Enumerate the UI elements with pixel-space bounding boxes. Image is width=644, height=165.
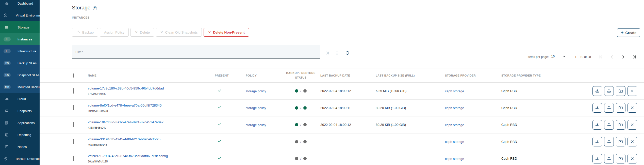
- sidebar-item-mounted-backups[interactable]: MB Mounted Backups: [0, 81, 40, 93]
- delete-action-button[interactable]: [628, 137, 637, 146]
- select-all-checkbox[interactable]: [73, 73, 74, 78]
- restore-action-button[interactable]: [604, 137, 614, 146]
- delete-button[interactable]: ✕ Delete: [130, 28, 154, 37]
- storage-provider-type: Ceph RBD: [501, 123, 558, 127]
- storage-provider-type: Ceph RBD: [501, 140, 558, 144]
- restore-action-button[interactable]: [604, 120, 614, 130]
- delete-action-button[interactable]: [628, 86, 637, 96]
- sidebar-item-virtual-environments[interactable]: Virtual Environments: [0, 9, 40, 21]
- sidebar-item-label: Cloud: [18, 97, 26, 101]
- column-header-last-backup-date: LAST BACKUP DATE: [320, 74, 376, 77]
- sidebar-item-label: Reporting: [18, 133, 31, 137]
- cube-icon: [4, 13, 8, 18]
- instance-id: 6783e6344066: [88, 92, 215, 95]
- restore-action-button[interactable]: [604, 154, 614, 163]
- toolbar: Backup Assign Policy ✕ Delete ✕ Clean Ol…: [72, 28, 249, 37]
- sidebar-item-reporting[interactable]: Reporting: [0, 129, 40, 141]
- backup-action-button[interactable]: [592, 137, 602, 146]
- delete-action-button[interactable]: [628, 103, 637, 113]
- backup-action-button[interactable]: [592, 86, 602, 96]
- file-restore-action-button[interactable]: [616, 103, 625, 113]
- assign-policy-button[interactable]: Assign Policy: [100, 28, 129, 37]
- delete-action-button[interactable]: [628, 120, 637, 130]
- backup-action-button[interactable]: [592, 103, 602, 113]
- sidebar-item-backup-destinations[interactable]: Backup Destinations: [0, 153, 40, 165]
- instance-name-link[interactable]: volume-19f7d63d-3a1c-47a4-89f1-87de5147a…: [88, 120, 215, 124]
- row-checkbox[interactable]: [73, 139, 74, 144]
- file-restore-action-button[interactable]: [616, 154, 625, 163]
- sidebar-item-endpoints[interactable]: Endpoints: [0, 105, 40, 117]
- sidebar-item-cloud[interactable]: Cloud: [0, 93, 40, 105]
- pager-controls: [598, 54, 637, 60]
- row-checkbox[interactable]: [73, 105, 74, 110]
- backup-action-button[interactable]: [592, 120, 602, 130]
- sidebar-item-applications[interactable]: Applications: [0, 117, 40, 129]
- help-icon[interactable]: ?: [93, 6, 97, 10]
- create-button-label: Create: [625, 31, 636, 35]
- report-scroll-icon: [4, 133, 10, 137]
- filter-input[interactable]: [72, 45, 320, 58]
- storage-provider-link[interactable]: ceph storage: [445, 123, 464, 127]
- items-per-page-label: Items per page:: [527, 55, 549, 59]
- refresh-icon[interactable]: [344, 50, 350, 56]
- delete-non-present-button[interactable]: ✕ Delete Non-Present: [204, 28, 249, 37]
- backup-status-dot: [295, 106, 298, 110]
- storage-provider-link[interactable]: ceph storage: [445, 140, 464, 144]
- previous-page-icon[interactable]: [609, 54, 615, 60]
- file-restore-action-button[interactable]: [616, 120, 625, 130]
- row-checkbox[interactable]: [73, 122, 74, 127]
- instance-id: 30b0a33160f608: [88, 109, 215, 112]
- column-header-storage-provider: STORAGE PROVIDER: [445, 74, 501, 77]
- present-check-icon: [215, 88, 246, 94]
- clear-filter-icon[interactable]: [325, 50, 330, 56]
- row-checkbox[interactable]: [73, 156, 74, 161]
- instance-name-link[interactable]: volume-8ef0f1cd-e478-4eee-a70a-55df8f728…: [88, 103, 215, 107]
- backup-status-dot: [295, 140, 298, 143]
- sidebar-item-storage[interactable]: Storage: [0, 21, 40, 33]
- backup-slas-badge: BS: [4, 61, 11, 65]
- policy-link[interactable]: storage policy: [246, 89, 266, 93]
- clean-old-snapshots-button[interactable]: ✕ Clean Old Snapshots: [156, 28, 202, 37]
- file-restore-action-button[interactable]: [616, 137, 625, 146]
- sidebar-item-label: Endpoints: [18, 109, 32, 113]
- sidebar-item-instances[interactable]: IS Instances: [0, 33, 40, 45]
- storage-provider-link[interactable]: ceph storage: [445, 157, 464, 161]
- infrastructure-badge: IF: [4, 49, 11, 53]
- first-page-icon[interactable]: [598, 54, 604, 60]
- policy-link[interactable]: storage policy: [246, 106, 266, 110]
- delete-action-button[interactable]: [628, 154, 637, 163]
- next-page-icon[interactable]: [620, 54, 626, 60]
- policy-link[interactable]: storage policy: [246, 123, 266, 127]
- status-separator: /: [300, 157, 301, 160]
- table-row: volume-19f7d63d-3a1c-47a4-89f1-87de5147a…: [40, 116, 644, 133]
- create-button[interactable]: + Create: [617, 28, 640, 37]
- table-header-row: NAME PRESENT POLICY BACKUP / RESTORE STA…: [40, 68, 644, 83]
- column-header-present: PRESENT: [215, 74, 246, 77]
- storage-provider-link[interactable]: ceph storage: [445, 89, 464, 93]
- restore-action-button[interactable]: [604, 103, 614, 113]
- sidebar-item-label: Instances: [18, 38, 32, 41]
- last-page-icon[interactable]: [632, 54, 637, 60]
- items-per-page-select[interactable]: 10: [551, 55, 566, 59]
- instance-name-link[interactable]: 2cfc0971-7994-46e0-874c-fa73cd5adfd6_dis…: [88, 154, 215, 158]
- instance-name-link[interactable]: volume-331940fb-4245-4df0-b210-b69cefcf5…: [88, 137, 215, 141]
- backup-button[interactable]: Backup: [72, 28, 98, 37]
- sidebar-item-snapshot-slas[interactable]: SS Snapshot SLAs: [0, 69, 40, 81]
- sidebar-item-dashboard[interactable]: Dashboard: [0, 0, 40, 9]
- row-checkbox[interactable]: [73, 88, 74, 94]
- columns-menu-icon[interactable]: [335, 50, 340, 56]
- backup-action-button[interactable]: [592, 154, 602, 163]
- backup-icon: [76, 30, 80, 35]
- storage-provider-type: Ceph RBD: [501, 106, 558, 110]
- sidebar-item-infrastructure[interactable]: IF Infrastructure: [0, 45, 40, 57]
- instance-name-link[interactable]: volume-17c8c180-c38b-40d5-859c-9fb4dd7d6…: [88, 86, 215, 90]
- restore-action-button[interactable]: [604, 86, 614, 96]
- close-icon: ✕: [135, 31, 138, 34]
- storage-provider-link[interactable]: ceph storage: [445, 106, 464, 110]
- sidebar-item-backup-slas[interactable]: BS Backup SLAs: [0, 57, 40, 69]
- sidebar-item-nodes[interactable]: Nodes: [0, 141, 40, 153]
- close-icon: ✕: [208, 31, 211, 34]
- cloud-icon: [4, 97, 10, 101]
- file-restore-action-button[interactable]: [616, 86, 625, 96]
- instance-id: 46788dac80148: [88, 143, 215, 146]
